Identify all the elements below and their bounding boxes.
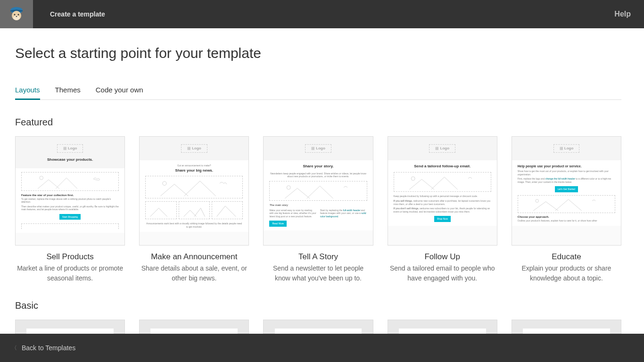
template-card-sell-products[interactable]: Logo Showcase your products. Feature the… — [15, 136, 125, 283]
svg-point-9 — [411, 177, 415, 181]
template-card-basic[interactable] — [15, 320, 125, 334]
section-title-basic: Basic — [15, 300, 621, 311]
template-thumbnail — [15, 320, 125, 334]
svg-point-10 — [536, 199, 538, 202]
section-title-featured: Featured — [15, 117, 621, 128]
page-title: Select a starting point for your templat… — [15, 45, 621, 61]
template-desc: Send a tailored email to people who have… — [388, 263, 497, 283]
template-card-basic[interactable] — [263, 320, 373, 334]
template-card-basic[interactable] — [139, 320, 249, 334]
template-thumbnail: Logo Share your story. Newsletters keep … — [263, 136, 373, 246]
template-desc: Explain your products or share knowledge… — [512, 263, 621, 283]
svg-point-7 — [163, 181, 166, 185]
template-card-basic[interactable] — [388, 320, 497, 334]
brand-logo[interactable] — [0, 0, 33, 28]
template-thumbnail — [512, 320, 621, 334]
template-card-follow-up[interactable]: Logo Send a tailored follow-up email. Ke… — [388, 136, 497, 283]
template-thumbnail — [263, 320, 373, 334]
template-card-tell-story[interactable]: Logo Share your story. Newsletters keep … — [263, 136, 373, 283]
template-title: Tell A Story — [263, 252, 373, 262]
basic-grid — [15, 320, 621, 334]
template-title: Make an Announcement — [139, 252, 249, 262]
template-thumbnail: Logo Showcase your products. Feature the… — [15, 136, 125, 246]
svg-point-3 — [14, 14, 16, 16]
template-thumbnail: Logo Help people use your product or ser… — [512, 136, 621, 246]
tab-themes[interactable]: Themes — [55, 86, 81, 99]
template-title: Educate — [512, 252, 621, 262]
template-card-basic[interactable] — [512, 320, 621, 334]
tab-code-your-own[interactable]: Code your own — [96, 86, 143, 99]
template-desc: Market a line of products or promote sea… — [15, 263, 125, 283]
chevron-left-icon: 〈 — [11, 344, 17, 352]
back-to-templates-link[interactable]: 〈 Back to Templates — [11, 344, 75, 352]
svg-point-6 — [40, 176, 43, 180]
template-card-announcement[interactable]: Logo Got an announcement to make? Share … — [139, 136, 249, 283]
template-title: Follow Up — [388, 252, 497, 262]
main-content: Select a starting point for your templat… — [0, 28, 636, 334]
topbar: Create a template Help — [0, 0, 644, 28]
svg-point-5 — [16, 16, 17, 17]
mailchimp-icon — [8, 6, 25, 23]
template-card-educate[interactable]: Logo Help people use your product or ser… — [512, 136, 621, 283]
tab-bar: Layouts Themes Code your own — [15, 86, 621, 100]
template-thumbnail — [388, 320, 497, 334]
template-thumbnail — [139, 320, 249, 334]
template-desc: Send a newsletter to let people know wha… — [263, 263, 373, 283]
tab-layouts[interactable]: Layouts — [15, 86, 40, 100]
template-thumbnail: Logo Got an announcement to make? Share … — [139, 136, 249, 246]
footer-bar: 〈 Back to Templates — [0, 334, 644, 362]
page-breadcrumb: Create a template — [50, 10, 105, 18]
template-thumbnail: Logo Send a tailored follow-up email. Ke… — [388, 136, 497, 246]
template-title: Sell Products — [15, 252, 125, 262]
featured-grid: Logo Showcase your products. Feature the… — [15, 136, 621, 283]
help-link[interactable]: Help — [614, 10, 631, 18]
template-desc: Share details about a sale, event, or ot… — [139, 263, 249, 283]
svg-point-8 — [287, 186, 291, 189]
svg-point-4 — [18, 14, 19, 16]
